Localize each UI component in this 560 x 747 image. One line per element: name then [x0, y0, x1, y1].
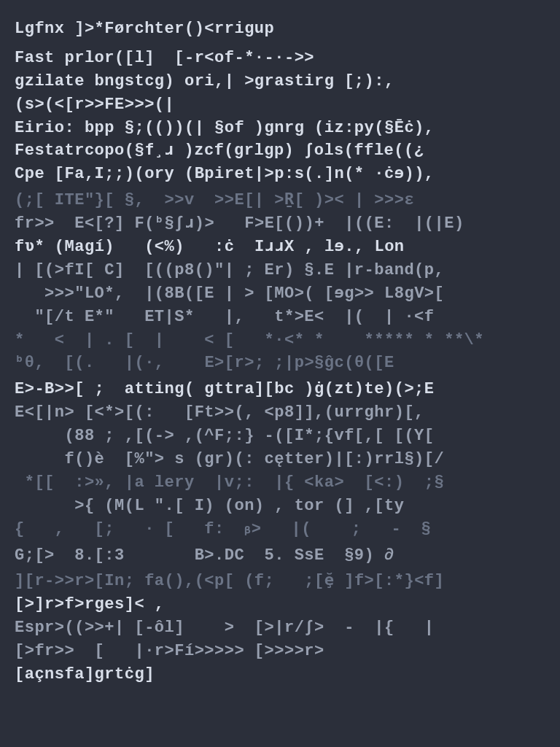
code-line-2: gzilate bngstcg) ori,| >grastirg [;):, — [15, 70, 545, 93]
code-line-12: "[/t E*" ET|S* |, t*>E< |( | ·<f — [15, 306, 545, 329]
code-line-8: fr>> E<[?] F(ᵇ§∫ɹ)> F>E[())+ |((E: |(|E) — [15, 212, 545, 236]
code-line-4: Eirio: bpp §;(())(| §of )gnrg (iz:py(§Ēċ… — [15, 117, 545, 140]
code-line-14: ᵇθ, [(. |(·, E>[r>; ;|p>§ĝc(θ([E — [15, 352, 545, 375]
code-line-16: E<[|n> [<*>[(: [Ft>>(, <p8]],(urrghr)[, — [15, 401, 545, 425]
code-line-20: >{ (M(L ".[ I) (on) , tor (] ,[ty — [15, 495, 545, 518]
code-line-10: | [(>fI[ C] [((p8()"| ; Er) §.E |r-band(… — [15, 259, 545, 282]
code-line-17: (88 ; ,[(-> ,(^F;:} -([I*;{vf[,[ [(Y[ — [15, 425, 545, 448]
code-line-21: { , [; · [ f: ᵦ> |( ; - § — [15, 518, 545, 541]
code-line-15: E>-B>>[ ; atting( gttra][bc )ġ(zt)te)(>;… — [15, 378, 545, 401]
code-line-11: >>>"LO*, |(8B([E | > [MO>( [ɘg>> L8gV>[ — [15, 282, 545, 306]
code-line-1: Fast prlor([l] [-r<of-*·-·->> — [15, 47, 545, 70]
code-line-6: Cpe [Fa,I;;)(ory (Bpiret|>p:s(.]n(* ·ċɘ)… — [15, 163, 545, 186]
code-line-19: *[[ :>», |a lery |v;: |{ <ka> [<:) ;§ — [15, 471, 545, 495]
code-line-26: [>fr>> [ |·r>Fí>>>>> [>>>>r> — [15, 640, 545, 663]
code-line-18: f()è [%"> s (gr)(: cętter)|[:)rrl§)[/ — [15, 448, 545, 471]
code-line-9: fʋ* (Magí) (<%) :ċ IɹɹX , lɘ., Lon — [15, 236, 545, 259]
code-line-0: Lgfnx ]>*Førchter()<rrigup — [15, 18, 545, 41]
code-line-25: Espr>((>>+| [-ôl] > [>|r/∫> - |{ | — [15, 616, 545, 640]
code-line-24: [>]r>f>rges]< , — [15, 593, 545, 616]
code-line-27: [açnsfa]grtċg] — [15, 663, 545, 686]
code-line-3: (s>(<[r>>FE>>>(| — [15, 93, 545, 117]
code-line-23: ][r->>r>[In; fa(),(<p[ (f; ;[ḝ ]f>[:*}<f… — [15, 570, 545, 593]
code-line-13: * < | . [ | < [ *·<* * ***** * **\* — [15, 329, 545, 352]
terminal-output: Lgfnx ]>*Førchter()<rrigupFast prlor([l]… — [15, 18, 545, 686]
code-line-7: (;[ ITE"}[ §, >>v >>E[| >Ṟ[ )>< | >>>ε — [15, 189, 545, 212]
code-line-22: G;[> 8.[:3 B>.DC 5. SsE §9) ∂ — [15, 544, 545, 568]
code-line-5: Festatrcopo(§f̧ɹ )zcf(grlgp) ∫ols(ffle((… — [15, 139, 545, 163]
